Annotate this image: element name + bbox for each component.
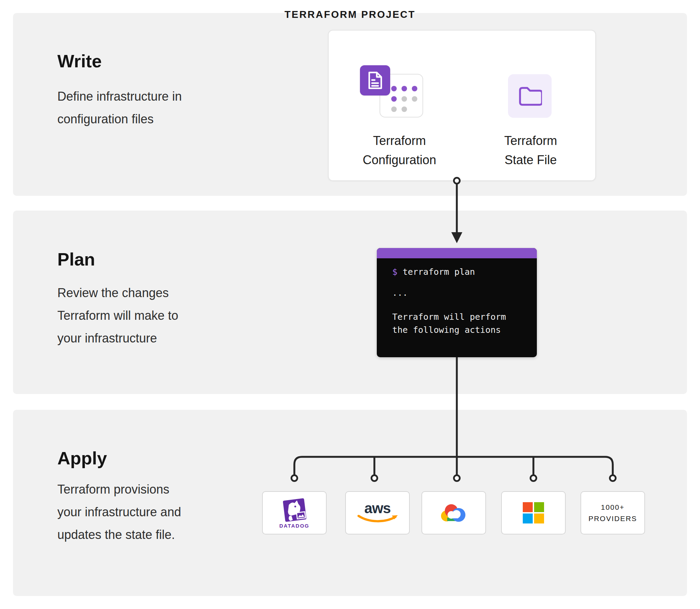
provider-card-more-providers: 1000+ PROVIDERS — [580, 491, 645, 534]
project-to-plan-arrow — [447, 177, 467, 249]
write-description-line: configuration files — [57, 108, 182, 131]
apply-description-line: Terraform provisions — [57, 478, 181, 501]
providers-count: 1000+ — [601, 501, 625, 513]
label-line: Terraform — [357, 131, 442, 150]
dots-grid-icon — [391, 86, 417, 112]
document-icon — [366, 70, 384, 90]
terminal-window: $ terraform plan ... Terraform will perf… — [377, 248, 537, 357]
dot — [391, 86, 397, 91]
dot — [402, 96, 407, 102]
aws-wordmark: aws — [364, 502, 391, 515]
provider-card-datadog: DATADOG — [262, 491, 327, 534]
write-description-line: Define infrastructure in — [57, 85, 182, 108]
plan-description-line: your infrastructure — [57, 327, 178, 350]
terraform-state-file-tile — [508, 74, 552, 118]
ms-square-green — [534, 502, 544, 512]
terminal-command: terraform plan — [403, 267, 475, 277]
plan-title: Plan — [57, 250, 95, 269]
terminal-title-bar — [377, 248, 537, 258]
ms-square-blue — [523, 514, 533, 523]
providers-word: PROVIDERS — [588, 513, 637, 524]
provider-card-aws: aws — [345, 491, 410, 534]
terminal-output-line: the following actions — [392, 325, 501, 335]
ms-square-red — [523, 502, 533, 512]
terminal-ellipsis: ... — [392, 288, 408, 298]
terraform-configuration-label: Terraform Configuration — [357, 131, 442, 170]
provider-card-microsoft — [501, 491, 566, 534]
dot — [412, 96, 417, 102]
terminal-command-line: $ terraform plan — [392, 267, 475, 277]
google-cloud-logo-icon — [438, 502, 469, 524]
write-title: Write — [57, 52, 102, 71]
label-line: State File — [488, 150, 574, 170]
terminal-prompt: $ — [392, 267, 397, 277]
write-description: Define infrastructure in configuration f… — [57, 85, 182, 131]
configuration-file-icon — [360, 65, 390, 95]
label-line: Configuration — [357, 150, 442, 170]
microsoft-logo-icon — [523, 502, 544, 523]
aws-smile-icon — [356, 515, 399, 524]
apply-description: Terraform provisions your infrastructure… — [57, 478, 181, 546]
datadog-logo-icon — [275, 497, 314, 523]
terraform-project-title: TERRAFORM PROJECT — [0, 9, 700, 20]
terminal-output-line: Terraform will perform — [392, 312, 506, 322]
plan-description-line: Terraform will make to — [57, 304, 178, 327]
label-line: Terraform — [488, 131, 574, 150]
terraform-state-file-label: Terraform State File — [488, 131, 574, 170]
dot — [412, 86, 417, 91]
dot — [391, 96, 397, 102]
plan-to-providers-connector — [275, 356, 632, 486]
folder-icon — [518, 86, 542, 107]
provider-card-google-cloud — [421, 491, 486, 534]
datadog-wordmark: DATADOG — [279, 523, 309, 529]
apply-description-line: updates the state file. — [57, 523, 181, 546]
plan-description: Review the changes Terraform will make t… — [57, 282, 178, 350]
ms-square-yellow — [534, 514, 544, 523]
terraform-workflow-diagram: Write Define infrastructure in configura… — [0, 0, 700, 609]
plan-description-line: Review the changes — [57, 282, 178, 304]
dot — [391, 106, 397, 112]
dot — [402, 106, 407, 112]
dot — [402, 86, 407, 91]
apply-description-line: your infrastructure and — [57, 501, 181, 523]
apply-title: Apply — [57, 449, 107, 468]
